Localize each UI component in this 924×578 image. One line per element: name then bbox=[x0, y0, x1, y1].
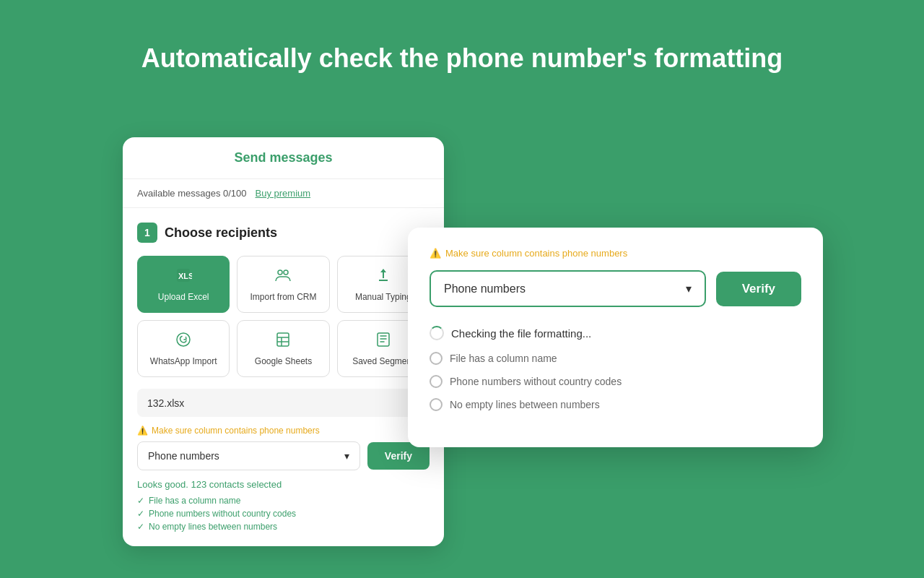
card-body: 1 Choose recipients XLS Upload Excel bbox=[123, 208, 444, 546]
popup-select-row: Phone numbers ▾ Verify bbox=[430, 270, 801, 307]
svg-rect-6 bbox=[277, 333, 289, 346]
excel-icon: XLS bbox=[175, 267, 192, 288]
column-select-row: Phone numbers ▾ Verify bbox=[137, 441, 430, 470]
section-number: 1 bbox=[137, 223, 157, 243]
warning-message: Make sure column contains phone numbers bbox=[152, 426, 320, 436]
messages-bar: Available messages 0/100 Buy premium bbox=[123, 179, 444, 208]
upload-excel-label: Upload Excel bbox=[158, 292, 209, 302]
svg-point-2 bbox=[278, 270, 282, 275]
check-item-1: ✓ File has a column name bbox=[137, 496, 430, 506]
popup-column-dropdown[interactable]: Phone numbers ▾ bbox=[430, 270, 706, 307]
warning-icon: ⚠️ bbox=[137, 426, 148, 436]
svg-point-5 bbox=[177, 333, 190, 346]
svg-point-3 bbox=[284, 270, 288, 275]
checking-row: Checking the file formatting... bbox=[430, 326, 801, 340]
file-row: 132.xlsx ✕ bbox=[137, 389, 430, 417]
popup-check-label-2: Phone numbers without country codes bbox=[450, 376, 622, 387]
check-icon-3: ✓ bbox=[137, 522, 144, 532]
checks-list: ✓ File has a column name ✓ Phone numbers… bbox=[137, 496, 430, 532]
popup-warning: ⚠️ Make sure column contains phone numbe… bbox=[430, 248, 801, 259]
column-warning: ⚠️ Make sure column contains phone numbe… bbox=[137, 426, 430, 436]
check-item-2: ✓ Phone numbers without country codes bbox=[137, 509, 430, 519]
check-label-2: Phone numbers without country codes bbox=[149, 509, 296, 519]
popup-check-item-2: Phone numbers without country codes bbox=[430, 375, 801, 388]
popup-verify-button[interactable]: Verify bbox=[716, 272, 801, 306]
check-circle-2 bbox=[430, 375, 443, 388]
section-header: 1 Choose recipients bbox=[137, 223, 430, 243]
popup-card: ⚠️ Make sure column contains phone numbe… bbox=[408, 228, 823, 447]
saved-segment-label: Saved Segment bbox=[352, 356, 414, 366]
whatsapp-import-button[interactable]: WhatsApp Import bbox=[137, 320, 230, 377]
popup-check-label-3: No empty lines between numbers bbox=[450, 399, 600, 410]
check-icon-2: ✓ bbox=[137, 509, 144, 519]
whatsapp-import-label: WhatsApp Import bbox=[150, 356, 217, 366]
column-select-label: Phone numbers bbox=[148, 450, 219, 462]
google-sheets-button[interactable]: Google Sheets bbox=[237, 320, 329, 377]
check-icon-1: ✓ bbox=[137, 496, 144, 506]
popup-warning-text: Make sure column contains phone numbers bbox=[445, 248, 627, 259]
popup-check-label-1: File has a column name bbox=[450, 353, 557, 364]
crm-icon bbox=[274, 267, 292, 288]
google-sheets-label: Google Sheets bbox=[255, 356, 312, 366]
column-select-dropdown[interactable]: Phone numbers ▾ bbox=[137, 441, 360, 470]
import-crm-button[interactable]: Import from CRM bbox=[237, 256, 329, 313]
card-header: Send messages bbox=[123, 137, 444, 179]
manual-typing-label: Manual Typing bbox=[355, 292, 411, 302]
card-title: Send messages bbox=[234, 150, 332, 165]
check-label-3: No empty lines between numbers bbox=[149, 522, 277, 532]
check-item-3: ✓ No empty lines between numbers bbox=[137, 522, 430, 532]
spinner bbox=[430, 326, 444, 340]
svg-rect-10 bbox=[378, 333, 389, 346]
section-title: Choose recipients bbox=[165, 225, 277, 241]
popup-chevron-icon: ▾ bbox=[686, 282, 692, 296]
messages-available-text: Available messages 0/100 bbox=[137, 188, 247, 199]
buy-premium-link[interactable]: Buy premium bbox=[256, 188, 311, 199]
chevron-down-icon: ▾ bbox=[344, 450, 349, 462]
sheets-icon bbox=[274, 331, 292, 352]
typing-icon bbox=[375, 267, 392, 288]
whatsapp-icon bbox=[175, 331, 192, 352]
file-name: 132.xlsx bbox=[147, 397, 404, 409]
page-title: Automatically check the phone number's f… bbox=[0, 0, 924, 103]
popup-warning-icon: ⚠️ bbox=[430, 248, 441, 259]
saved-segment-icon bbox=[375, 331, 392, 352]
success-message: Looks good. 123 contacts selected bbox=[137, 479, 430, 490]
checking-text: Checking the file formatting... bbox=[451, 327, 591, 340]
check-label-1: File has a column name bbox=[149, 496, 240, 506]
check-circle-1 bbox=[430, 352, 443, 365]
popup-check-item-1: File has a column name bbox=[430, 352, 801, 365]
upload-excel-button[interactable]: XLS Upload Excel bbox=[137, 256, 230, 313]
main-card: Send messages Available messages 0/100 B… bbox=[123, 137, 444, 546]
popup-check-item-3: No empty lines between numbers bbox=[430, 398, 801, 411]
check-circle-3 bbox=[430, 398, 443, 411]
recipients-grid: XLS Upload Excel Import from CRM bbox=[137, 256, 430, 377]
import-crm-label: Import from CRM bbox=[250, 292, 316, 302]
svg-text:XLS: XLS bbox=[178, 272, 192, 280]
popup-column-label: Phone numbers bbox=[444, 282, 526, 296]
